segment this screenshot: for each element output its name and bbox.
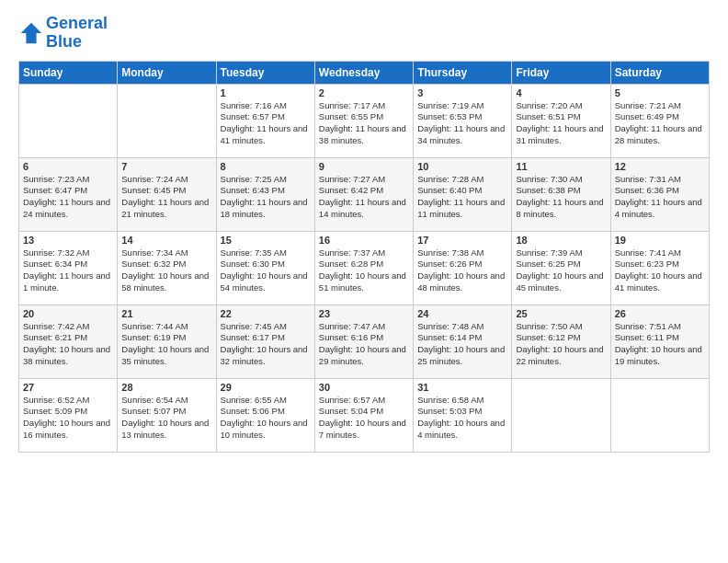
day-number: 20 xyxy=(23,308,113,319)
day-number: 31 xyxy=(417,382,507,393)
calendar-cell xyxy=(610,378,709,452)
calendar-cell: 17Sunrise: 7:38 AM Sunset: 6:26 PM Dayli… xyxy=(414,231,512,304)
day-number: 24 xyxy=(417,308,507,319)
day-info: Sunrise: 7:31 AM Sunset: 6:36 PM Dayligh… xyxy=(615,174,705,221)
day-info: Sunrise: 7:32 AM Sunset: 6:34 PM Dayligh… xyxy=(23,247,113,294)
calendar-cell: 6Sunrise: 7:23 AM Sunset: 6:47 PM Daylig… xyxy=(19,157,118,231)
calendar-cell: 4Sunrise: 7:20 AM Sunset: 6:51 PM Daylig… xyxy=(512,84,610,157)
day-number: 12 xyxy=(615,161,705,172)
calendar-cell: 13Sunrise: 7:32 AM Sunset: 6:34 PM Dayli… xyxy=(19,231,118,304)
day-info: Sunrise: 7:28 AM Sunset: 6:40 PM Dayligh… xyxy=(417,174,507,221)
day-info: Sunrise: 7:24 AM Sunset: 6:45 PM Dayligh… xyxy=(121,174,211,221)
calendar-cell: 12Sunrise: 7:31 AM Sunset: 6:36 PM Dayli… xyxy=(610,157,709,231)
day-info: Sunrise: 7:17 AM Sunset: 6:55 PM Dayligh… xyxy=(319,100,409,147)
calendar-table: SundayMondayTuesdayWednesdayThursdayFrid… xyxy=(18,61,710,453)
calendar-row: 13Sunrise: 7:32 AM Sunset: 6:34 PM Dayli… xyxy=(19,231,710,304)
day-info: Sunrise: 6:55 AM Sunset: 5:06 PM Dayligh… xyxy=(221,395,311,442)
day-number: 9 xyxy=(319,161,409,172)
day-info: Sunrise: 7:34 AM Sunset: 6:32 PM Dayligh… xyxy=(121,247,211,294)
calendar-cell: 19Sunrise: 7:41 AM Sunset: 6:23 PM Dayli… xyxy=(610,231,709,304)
day-number: 19 xyxy=(615,235,705,246)
calendar-cell: 29Sunrise: 6:55 AM Sunset: 5:06 PM Dayli… xyxy=(216,378,314,452)
logo: General Blue xyxy=(18,15,108,52)
day-info: Sunrise: 6:57 AM Sunset: 5:04 PM Dayligh… xyxy=(319,395,409,442)
day-number: 1 xyxy=(221,87,311,98)
day-number: 4 xyxy=(516,87,606,98)
calendar-row: 20Sunrise: 7:42 AM Sunset: 6:21 PM Dayli… xyxy=(19,304,710,378)
day-number: 13 xyxy=(23,235,113,246)
calendar-cell: 14Sunrise: 7:34 AM Sunset: 6:32 PM Dayli… xyxy=(118,231,216,304)
calendar-cell xyxy=(512,378,610,452)
day-number: 3 xyxy=(417,87,507,98)
day-header: Sunday xyxy=(19,61,118,84)
day-info: Sunrise: 7:20 AM Sunset: 6:51 PM Dayligh… xyxy=(516,100,606,147)
day-number: 18 xyxy=(516,235,606,246)
day-info: Sunrise: 7:38 AM Sunset: 6:26 PM Dayligh… xyxy=(417,247,507,294)
day-info: Sunrise: 7:21 AM Sunset: 6:49 PM Dayligh… xyxy=(615,100,705,147)
day-info: Sunrise: 6:52 AM Sunset: 5:09 PM Dayligh… xyxy=(23,395,113,442)
calendar-cell: 2Sunrise: 7:17 AM Sunset: 6:55 PM Daylig… xyxy=(314,84,413,157)
day-info: Sunrise: 7:35 AM Sunset: 6:30 PM Dayligh… xyxy=(221,247,311,294)
day-number: 27 xyxy=(23,382,113,393)
logo-text: General Blue xyxy=(46,15,108,52)
day-info: Sunrise: 7:45 AM Sunset: 6:17 PM Dayligh… xyxy=(221,321,311,368)
calendar-cell: 24Sunrise: 7:48 AM Sunset: 6:14 PM Dayli… xyxy=(414,304,512,378)
calendar-cell: 9Sunrise: 7:27 AM Sunset: 6:42 PM Daylig… xyxy=(314,157,413,231)
day-number: 22 xyxy=(221,308,311,319)
header: General Blue xyxy=(18,15,710,52)
day-number: 8 xyxy=(221,161,311,172)
day-number: 26 xyxy=(615,308,705,319)
day-number: 28 xyxy=(121,382,211,393)
day-info: Sunrise: 7:16 AM Sunset: 6:57 PM Dayligh… xyxy=(221,100,311,147)
day-info: Sunrise: 7:30 AM Sunset: 6:38 PM Dayligh… xyxy=(516,174,606,221)
day-number: 15 xyxy=(221,235,311,246)
day-number: 2 xyxy=(319,87,409,98)
page: General Blue SundayMondayTuesdayWednesda… xyxy=(0,0,728,563)
day-info: Sunrise: 7:39 AM Sunset: 6:25 PM Dayligh… xyxy=(516,247,606,294)
day-header: Saturday xyxy=(610,61,709,84)
day-info: Sunrise: 7:44 AM Sunset: 6:19 PM Dayligh… xyxy=(121,321,211,368)
day-info: Sunrise: 7:48 AM Sunset: 6:14 PM Dayligh… xyxy=(417,321,507,368)
calendar-cell: 21Sunrise: 7:44 AM Sunset: 6:19 PM Dayli… xyxy=(118,304,216,378)
day-header: Wednesday xyxy=(314,61,413,84)
day-info: Sunrise: 7:41 AM Sunset: 6:23 PM Dayligh… xyxy=(615,247,705,294)
day-number: 21 xyxy=(121,308,211,319)
calendar-cell: 20Sunrise: 7:42 AM Sunset: 6:21 PM Dayli… xyxy=(19,304,118,378)
calendar-cell: 5Sunrise: 7:21 AM Sunset: 6:49 PM Daylig… xyxy=(610,84,709,157)
calendar-cell xyxy=(19,84,118,157)
day-number: 11 xyxy=(516,161,606,172)
calendar-cell xyxy=(118,84,216,157)
day-info: Sunrise: 7:50 AM Sunset: 6:12 PM Dayligh… xyxy=(516,321,606,368)
day-number: 7 xyxy=(121,161,211,172)
day-info: Sunrise: 7:23 AM Sunset: 6:47 PM Dayligh… xyxy=(23,174,113,221)
calendar-cell: 3Sunrise: 7:19 AM Sunset: 6:53 PM Daylig… xyxy=(414,84,512,157)
logo-icon xyxy=(18,20,44,46)
day-number: 16 xyxy=(319,235,409,246)
day-header: Monday xyxy=(118,61,216,84)
day-number: 6 xyxy=(23,161,113,172)
calendar-cell: 7Sunrise: 7:24 AM Sunset: 6:45 PM Daylig… xyxy=(118,157,216,231)
calendar-cell: 1Sunrise: 7:16 AM Sunset: 6:57 PM Daylig… xyxy=(216,84,314,157)
calendar-cell: 30Sunrise: 6:57 AM Sunset: 5:04 PM Dayli… xyxy=(314,378,413,452)
day-number: 14 xyxy=(121,235,211,246)
day-number: 29 xyxy=(221,382,311,393)
calendar-cell: 27Sunrise: 6:52 AM Sunset: 5:09 PM Dayli… xyxy=(19,378,118,452)
calendar-cell: 25Sunrise: 7:50 AM Sunset: 6:12 PM Dayli… xyxy=(512,304,610,378)
calendar-cell: 23Sunrise: 7:47 AM Sunset: 6:16 PM Dayli… xyxy=(314,304,413,378)
calendar-cell: 18Sunrise: 7:39 AM Sunset: 6:25 PM Dayli… xyxy=(512,231,610,304)
day-info: Sunrise: 7:51 AM Sunset: 6:11 PM Dayligh… xyxy=(615,321,705,368)
day-info: Sunrise: 7:47 AM Sunset: 6:16 PM Dayligh… xyxy=(319,321,409,368)
day-info: Sunrise: 7:27 AM Sunset: 6:42 PM Dayligh… xyxy=(319,174,409,221)
day-info: Sunrise: 6:58 AM Sunset: 5:03 PM Dayligh… xyxy=(417,395,507,442)
calendar-row: 6Sunrise: 7:23 AM Sunset: 6:47 PM Daylig… xyxy=(19,157,710,231)
calendar-cell: 26Sunrise: 7:51 AM Sunset: 6:11 PM Dayli… xyxy=(610,304,709,378)
calendar-cell: 22Sunrise: 7:45 AM Sunset: 6:17 PM Dayli… xyxy=(216,304,314,378)
calendar-cell: 28Sunrise: 6:54 AM Sunset: 5:07 PM Dayli… xyxy=(118,378,216,452)
day-number: 5 xyxy=(615,87,705,98)
svg-marker-0 xyxy=(21,23,41,43)
day-info: Sunrise: 6:54 AM Sunset: 5:07 PM Dayligh… xyxy=(121,395,211,442)
calendar-cell: 15Sunrise: 7:35 AM Sunset: 6:30 PM Dayli… xyxy=(216,231,314,304)
day-info: Sunrise: 7:42 AM Sunset: 6:21 PM Dayligh… xyxy=(23,321,113,368)
calendar-cell: 16Sunrise: 7:37 AM Sunset: 6:28 PM Dayli… xyxy=(314,231,413,304)
calendar-cell: 8Sunrise: 7:25 AM Sunset: 6:43 PM Daylig… xyxy=(216,157,314,231)
